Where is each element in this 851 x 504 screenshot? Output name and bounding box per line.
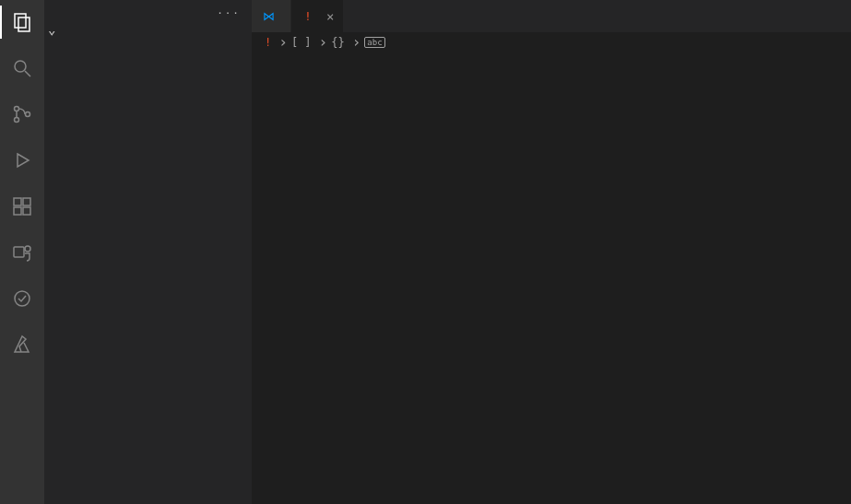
azure-icon[interactable] bbox=[0, 328, 44, 361]
gutter bbox=[252, 53, 298, 504]
close-icon[interactable]: × bbox=[326, 9, 334, 24]
code-editor[interactable] bbox=[252, 53, 851, 504]
yaml-icon: ! bbox=[265, 36, 271, 49]
svg-marker-7 bbox=[18, 154, 29, 167]
svg-line-3 bbox=[25, 71, 30, 76]
breadcrumb[interactable]: ! [ ] {} abc bbox=[252, 32, 851, 53]
vscode-icon: ⋈ bbox=[261, 9, 276, 23]
extensions-icon[interactable] bbox=[0, 190, 44, 223]
more-icon[interactable]: ··· bbox=[217, 7, 241, 19]
string-icon: abc bbox=[364, 37, 384, 48]
debug-icon[interactable] bbox=[0, 144, 44, 177]
tab-teamsapp[interactable]: ! × bbox=[291, 0, 344, 32]
testing-icon[interactable] bbox=[0, 282, 44, 315]
teams-icon[interactable] bbox=[0, 236, 44, 269]
tab-bar: ⋈ ! × bbox=[252, 0, 851, 32]
file-tree bbox=[44, 39, 252, 504]
chevron-right-icon bbox=[319, 36, 328, 49]
svg-point-14 bbox=[15, 291, 30, 306]
code-area[interactable] bbox=[298, 53, 851, 504]
svg-rect-8 bbox=[14, 198, 21, 205]
svg-rect-12 bbox=[14, 247, 24, 257]
svg-point-2 bbox=[15, 61, 26, 72]
activity-bar bbox=[0, 0, 44, 504]
sidebar: ··· bbox=[44, 0, 252, 504]
source-control-icon[interactable] bbox=[0, 98, 44, 131]
explorer-icon[interactable] bbox=[0, 6, 44, 39]
svg-rect-0 bbox=[15, 14, 26, 28]
yaml-icon: ! bbox=[301, 9, 315, 23]
chevron-right-icon bbox=[352, 36, 361, 49]
sidebar-header: ··· bbox=[44, 0, 252, 23]
editor-group: ⋈ ! × ! [ ] {} abc bbox=[252, 0, 851, 504]
svg-point-4 bbox=[15, 107, 19, 111]
svg-rect-9 bbox=[14, 207, 21, 215]
chevron-down-icon bbox=[48, 25, 55, 37]
svg-rect-11 bbox=[23, 198, 30, 205]
svg-rect-1 bbox=[18, 18, 30, 31]
tab-welcome[interactable]: ⋈ bbox=[252, 0, 291, 32]
chevron-right-icon bbox=[278, 36, 288, 49]
svg-rect-10 bbox=[23, 207, 30, 215]
array-icon: [ ] bbox=[291, 36, 312, 49]
object-icon: {} bbox=[331, 36, 344, 49]
svg-point-6 bbox=[26, 112, 30, 117]
search-icon[interactable] bbox=[0, 52, 44, 85]
section-header[interactable] bbox=[44, 23, 252, 39]
svg-point-13 bbox=[25, 246, 30, 252]
svg-point-5 bbox=[15, 118, 19, 123]
